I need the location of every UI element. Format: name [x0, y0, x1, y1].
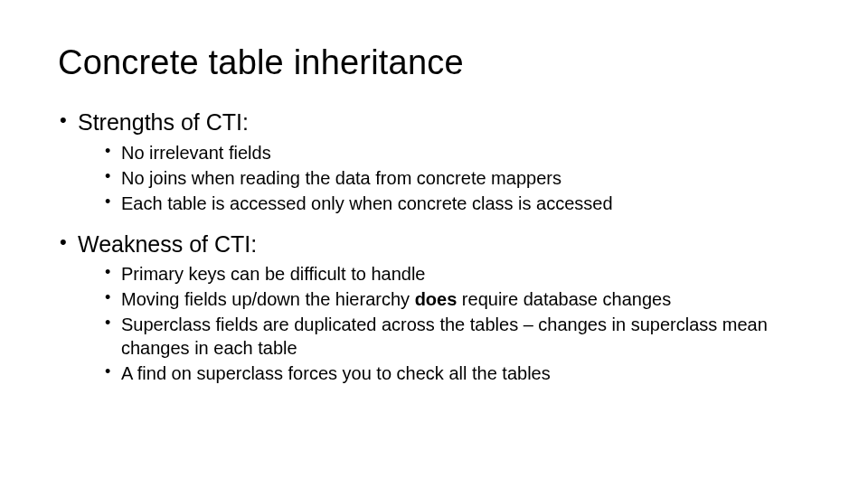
weakness-list: Primary keys can be difficult to handle …: [103, 262, 810, 385]
slide-title: Concrete table inheritance: [58, 43, 810, 82]
list-item: No joins when reading the data from conc…: [103, 166, 810, 190]
list-item: Moving fields up/down the hierarchy does…: [103, 287, 810, 311]
list-item: A find on superclass forces you to check…: [103, 361, 810, 385]
slide: Concrete table inheritance Strengths of …: [0, 0, 868, 488]
section-weakness: Weakness of CTI: Primary keys can be dif…: [58, 230, 810, 386]
content-list: Strengths of CTI: No irrelevant fields N…: [58, 108, 810, 385]
list-item: Each table is accessed only when concret…: [103, 192, 810, 215]
strengths-list: No irrelevant fields No joins when readi…: [103, 141, 810, 215]
section-heading: Strengths of CTI:: [78, 109, 249, 135]
list-item: Superclass fields are duplicated across …: [103, 313, 810, 360]
list-item: Primary keys can be difficult to handle: [103, 262, 810, 286]
section-heading: Weakness of CTI:: [78, 231, 257, 257]
section-strengths: Strengths of CTI: No irrelevant fields N…: [58, 108, 810, 215]
list-item: No irrelevant fields: [103, 141, 810, 164]
